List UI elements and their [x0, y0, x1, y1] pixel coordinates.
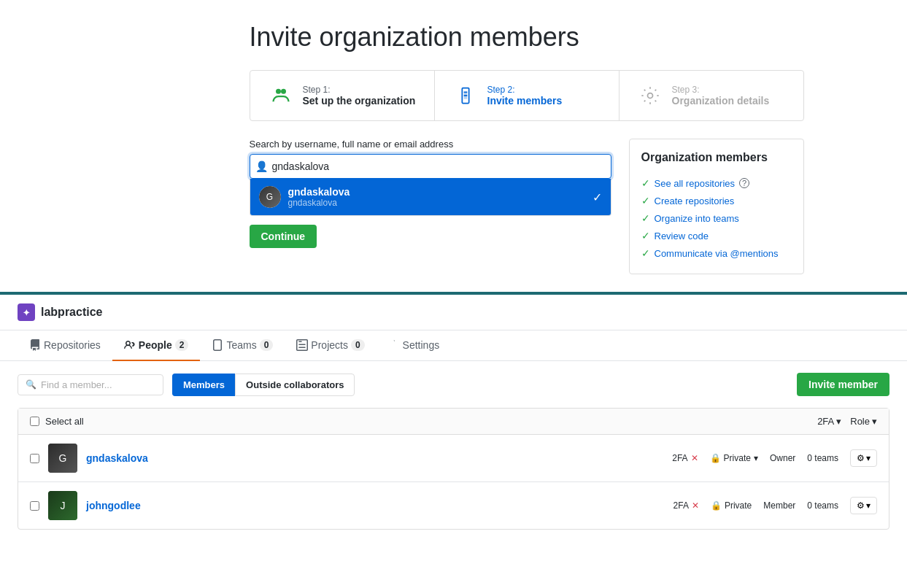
- feature-text: Organize into teams: [655, 213, 739, 224]
- projects-count-badge: 0: [351, 339, 365, 351]
- member-checkbox-johngodlee[interactable]: [30, 501, 39, 511]
- dropdown-avatar: G: [259, 186, 281, 208]
- member-actions-gndaskalova: ⚙ ▾: [850, 449, 877, 467]
- member-private-gndaskalova[interactable]: 🔒 Private ▾: [710, 453, 758, 463]
- step-2-text: Step 2: Invite members: [487, 85, 563, 107]
- org-members-features: ✓ See all repositories ? ✓ Create reposi…: [641, 174, 792, 262]
- search-wrapper: 👤: [250, 154, 611, 179]
- twofa-filter[interactable]: 2FA ▾: [817, 416, 841, 427]
- svg-point-1: [281, 89, 286, 94]
- member-actions-johngodlee: ⚙ ▾: [850, 497, 877, 514]
- org-members-title: Organization members: [641, 151, 792, 164]
- step-2-label: Step 2:: [487, 85, 563, 95]
- member-teams-gndaskalova: 0 teams: [807, 453, 838, 463]
- continue-button[interactable]: Continue: [250, 225, 317, 248]
- nav-repositories-label: Repositories: [44, 339, 101, 351]
- org-nav-section: ✦ labpractice Repositories People 2 Team…: [0, 295, 907, 541]
- dropdown-arrow: ▾: [866, 500, 871, 511]
- teams-nav-icon: [212, 339, 223, 351]
- check-icon: ✓: [641, 195, 650, 206]
- step-2: Step 2: Invite members: [435, 71, 620, 120]
- left-panel: Search by username, full name or email a…: [250, 139, 611, 274]
- member-2fa-gndaskalova: 2FA ✕: [672, 453, 698, 463]
- org-header: ✦ labpractice: [0, 295, 907, 330]
- search-dropdown: G gndaskalova gndaskalova ✓: [250, 179, 611, 216]
- twofa-dropdown-icon: ▾: [836, 416, 841, 427]
- nav-repositories[interactable]: Repositories: [18, 330, 112, 361]
- member-checkbox-gndaskalova[interactable]: [30, 454, 39, 463]
- members-section: 🔍 Members Outside collaborators Invite m…: [0, 361, 907, 541]
- feature-organize-teams: ✓ Organize into teams: [641, 209, 792, 227]
- avatar-gndaskalova: G: [48, 444, 77, 473]
- member-username-gndaskalova[interactable]: gndaskalova: [86, 452, 672, 464]
- role-label: Role: [850, 416, 870, 427]
- step-3-text: Step 3: Organization details: [672, 85, 770, 107]
- select-all-checkbox[interactable]: [30, 417, 39, 426]
- table-row: G gndaskalova 2FA ✕ 🔒 Private ▾ Owner 0 …: [18, 435, 889, 482]
- dropdown-item-gndaskalova[interactable]: G gndaskalova gndaskalova ✓: [250, 179, 611, 215]
- check-icon: ✓: [641, 177, 650, 189]
- tab-outside-collaborators[interactable]: Outside collaborators: [235, 374, 355, 396]
- step-1-name: Set up the organization: [303, 95, 416, 107]
- svg-point-6: [647, 93, 652, 98]
- org-name: labpractice: [41, 306, 102, 319]
- repo-icon: [29, 339, 41, 351]
- feature-create-repos: ✓ Create repositories: [641, 192, 792, 209]
- feature-mentions: ✓ Communicate via @mentions: [641, 244, 792, 262]
- nav-settings[interactable]: Settings: [377, 330, 452, 361]
- member-gear-button-johngodlee[interactable]: ⚙ ▾: [850, 497, 877, 514]
- check-icon: ✓: [641, 212, 650, 224]
- table-row: J johngodlee 2FA ✕ 🔒 Private Member 0 te…: [18, 482, 889, 529]
- org-members-box: Organization members ✓ See all repositor…: [629, 139, 804, 274]
- member-search-box[interactable]: 🔍: [18, 374, 163, 395]
- invite-member-button[interactable]: Invite member: [797, 373, 889, 396]
- nav-teams-label: Teams: [226, 339, 256, 351]
- step-3: Step 3: Organization details: [620, 71, 803, 120]
- step-3-label: Step 3:: [672, 85, 770, 95]
- org-nav: Repositories People 2 Teams 0 Projects 0: [0, 330, 907, 361]
- header-controls: 2FA ▾ Role ▾: [817, 416, 877, 427]
- jersey-icon: [452, 82, 479, 109]
- search-icon: 🔍: [26, 379, 36, 390]
- content-area: Search by username, full name or email a…: [104, 139, 804, 274]
- table-header: Select all 2FA ▾ Role ▾: [18, 409, 889, 435]
- checkmark-icon: ✓: [593, 190, 602, 204]
- step-1-text: Step 1: Set up the organization: [303, 85, 416, 107]
- member-gear-button-gndaskalova[interactable]: ⚙ ▾: [850, 449, 877, 467]
- step-2-name: Invite members: [487, 95, 563, 107]
- member-username-johngodlee[interactable]: johngodlee: [86, 500, 674, 511]
- teams-count-badge: 0: [260, 339, 274, 351]
- gear-inactive-icon: [637, 82, 663, 109]
- feature-text: Communicate via @mentions: [655, 248, 779, 259]
- member-role-johngodlee: Member: [763, 500, 795, 511]
- svg-text:✦: ✦: [23, 308, 30, 318]
- select-all-label: Select all: [45, 416, 817, 427]
- feature-review-code: ✓ Review code: [641, 227, 792, 244]
- nav-people[interactable]: People 2: [112, 330, 201, 361]
- step-3-name: Organization details: [672, 95, 770, 107]
- member-search-input[interactable]: [250, 154, 611, 179]
- settings-nav-icon: [388, 339, 400, 351]
- check-icon: ✓: [641, 247, 650, 259]
- org-logo-icon: ✦: [18, 303, 35, 321]
- dropdown-username: gndaskalova: [288, 186, 593, 198]
- member-2fa-johngodlee: 2FA ✕: [674, 500, 699, 511]
- page-title: Invite organization members: [104, 22, 804, 53]
- user-search-icon: 👤: [255, 160, 268, 172]
- nav-projects[interactable]: Projects 0: [285, 330, 376, 361]
- role-filter[interactable]: Role ▾: [850, 416, 877, 427]
- dropdown-subtext: gndaskalova: [288, 198, 593, 208]
- find-member-input[interactable]: [41, 379, 155, 390]
- nav-projects-label: Projects: [311, 339, 348, 351]
- nav-teams[interactable]: Teams 0: [200, 330, 285, 361]
- privacy-label: Private: [725, 500, 752, 511]
- twofa-x-icon: ✕: [692, 500, 699, 511]
- search-label: Search by username, full name or email a…: [250, 139, 611, 150]
- member-private-johngodlee[interactable]: 🔒 Private: [711, 500, 752, 511]
- people-icon: [268, 82, 294, 109]
- tab-members[interactable]: Members: [172, 374, 235, 396]
- step-1: Step 1: Set up the organization: [250, 71, 435, 120]
- member-role-gndaskalova: Owner: [770, 453, 795, 463]
- projects-nav-icon: [296, 339, 308, 351]
- twofa-label: 2FA: [817, 416, 834, 427]
